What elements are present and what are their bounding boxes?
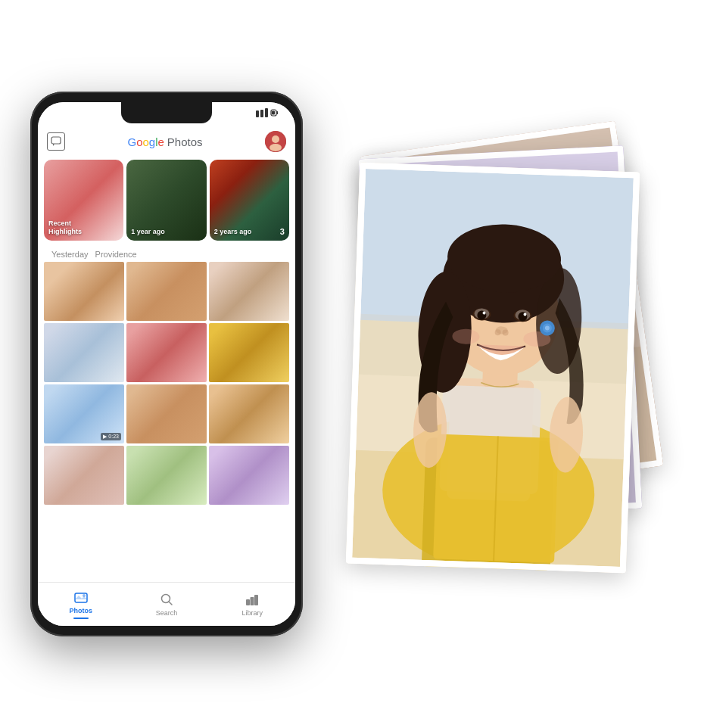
signal-icons bbox=[256, 108, 283, 117]
svg-rect-17 bbox=[254, 595, 258, 605]
svg-point-12 bbox=[83, 594, 86, 597]
grid-row-3: ▶ 0:23 bbox=[44, 384, 289, 443]
library-nav-icon bbox=[244, 591, 260, 608]
app-logo: Google Photos bbox=[127, 135, 202, 148]
bottom-nav: Photos Search bbox=[38, 582, 295, 626]
svg-point-9 bbox=[269, 144, 282, 151]
svg-rect-16 bbox=[251, 597, 254, 605]
svg-rect-4 bbox=[272, 111, 275, 115]
svg-rect-1 bbox=[260, 110, 263, 117]
nav-active-indicator bbox=[73, 618, 89, 619]
phone-notch bbox=[121, 102, 212, 123]
user-avatar[interactable] bbox=[265, 131, 286, 152]
nav-label-photos: Photos bbox=[69, 607, 92, 614]
grid-cell[interactable] bbox=[126, 446, 207, 505]
grid-cell[interactable] bbox=[209, 262, 289, 321]
location-label: Providence bbox=[95, 250, 137, 259]
grid-cell[interactable] bbox=[44, 262, 124, 321]
photos-text: Photos bbox=[167, 135, 203, 148]
memory-card-1year[interactable]: 1 year ago bbox=[126, 160, 206, 241]
nav-item-library[interactable]: Library bbox=[210, 591, 295, 618]
app-header: Google Photos bbox=[38, 123, 295, 160]
svg-point-8 bbox=[272, 135, 279, 143]
svg-rect-2 bbox=[265, 108, 268, 117]
printed-photo-main bbox=[346, 163, 640, 574]
phone-screen: Google Photos bbox=[38, 102, 295, 626]
scene: Google Photos bbox=[0, 0, 701, 728]
grid-row-2 bbox=[44, 323, 289, 382]
grid-cell[interactable] bbox=[209, 384, 289, 443]
svg-rect-0 bbox=[256, 110, 259, 117]
svg-rect-15 bbox=[246, 599, 250, 605]
grid-cell[interactable] bbox=[126, 323, 207, 382]
phone-frame: Google Photos bbox=[30, 92, 303, 636]
memory-card-recent[interactable]: RecentHighlights bbox=[44, 160, 123, 241]
google-text: Google bbox=[127, 135, 164, 148]
photos-nav-icon bbox=[73, 589, 89, 605]
memory-card-2years[interactable]: 2 years ago 3 bbox=[210, 160, 289, 241]
svg-line-14 bbox=[169, 602, 172, 605]
svg-rect-5 bbox=[277, 111, 279, 114]
grid-row-1 bbox=[44, 262, 289, 321]
grid-cell[interactable] bbox=[44, 446, 124, 505]
date-section: Yesterday Providence bbox=[38, 247, 295, 262]
video-duration-badge: ▶ 0:23 bbox=[101, 433, 121, 440]
grid-cell[interactable] bbox=[44, 323, 124, 382]
date-label: Yesterday bbox=[51, 250, 89, 259]
svg-rect-6 bbox=[51, 137, 61, 144]
nav-item-search[interactable]: Search bbox=[123, 591, 209, 618]
nav-label-library: Library bbox=[242, 609, 263, 617]
grid-cell[interactable] bbox=[209, 446, 289, 505]
search-nav-icon bbox=[158, 591, 175, 608]
grid-cell[interactable] bbox=[209, 323, 289, 382]
printed-photos-stack bbox=[322, 92, 671, 636]
nav-item-photos[interactable]: Photos bbox=[38, 589, 123, 621]
memory-strip: RecentHighlights 1 year ago 2 years ago … bbox=[38, 160, 295, 247]
grid-cell[interactable] bbox=[126, 262, 207, 321]
nav-label-search: Search bbox=[156, 609, 178, 617]
phone-mockup: Google Photos bbox=[30, 92, 303, 636]
grid-row-4 bbox=[44, 446, 289, 505]
chat-icon[interactable] bbox=[47, 132, 65, 151]
grid-cell[interactable] bbox=[126, 384, 207, 443]
grid-cell[interactable]: ▶ 0:23 bbox=[44, 384, 124, 443]
photo-grid: ▶ 0:23 bbox=[38, 262, 295, 582]
